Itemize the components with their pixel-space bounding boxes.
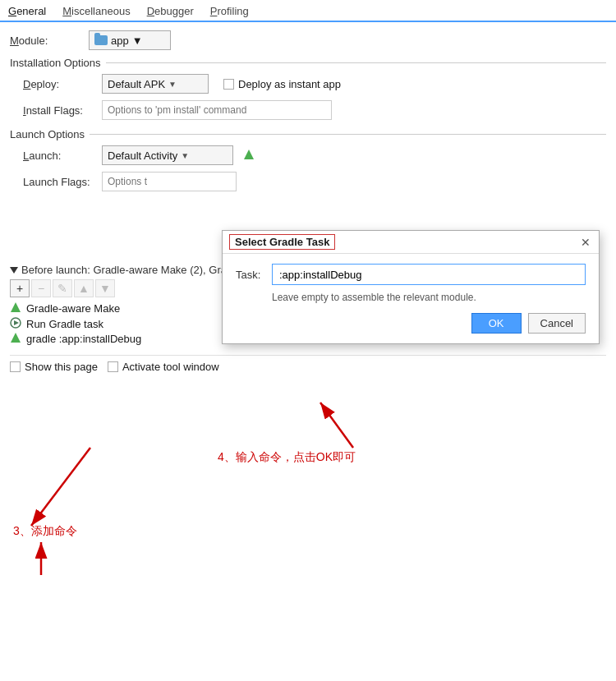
deploy-label: Deploy: [23,78,97,90]
activate-window-row: Activate tool window [108,361,219,373]
activate-window-label: Activate tool window [122,361,219,373]
ok-button[interactable]: OK [471,313,522,334]
install-flags-row: Install Flags: [10,100,606,120]
edit-task-button[interactable]: ✎ [53,279,72,297]
step4-annotation: 4、输入命令，点击OK即可 [218,450,356,465]
move-down-button[interactable]: ▼ [95,279,115,297]
deploy-instant-label: Deploy as instant app [238,78,341,90]
module-value: app [111,35,129,47]
cancel-button[interactable]: Cancel [528,313,586,334]
launch-row: Launch: Default Activity ▼ [10,145,606,165]
folder-icon [94,35,108,45]
activate-window-checkbox[interactable] [108,361,118,372]
svg-line-6 [31,448,90,526]
tab-profiling[interactable]: Profiling [209,0,251,22]
remove-task-button[interactable]: − [31,279,51,297]
move-up-button[interactable]: ▲ [74,279,94,297]
dialog-close-button[interactable]: ✕ [579,236,592,249]
show-page-row: Show this page [10,361,98,373]
svg-line-8 [320,403,353,448]
deploy-arrow: ▼ [168,80,177,89]
tab-bar: General Miscellaneous Debugger Profiling [0,0,616,22]
svg-marker-3 [14,320,19,325]
task-row: Task: [236,264,586,285]
dialog-body: Task: Leave empty to assemble the releva… [223,254,599,343]
tab-debugger[interactable]: Debugger [145,0,195,22]
show-page-label: Show this page [25,361,98,373]
run-gradle-icon [10,317,21,330]
show-page-checkbox[interactable] [10,361,21,372]
gradle-make-label: Gradle-aware Make [26,302,120,315]
svg-marker-0 [244,150,254,159]
task-input[interactable] [272,264,586,285]
launch-dropdown-arrow: ▼ [181,151,189,160]
step3-annotation: 3、添加命令 [13,524,77,539]
launch-options-label: Launch Options [10,128,85,140]
launch-dropdown[interactable]: Default Activity ▼ [102,145,233,165]
select-gradle-task-dialog[interactable]: Select Gradle Task ✕ Task: Leave empty t… [222,230,600,344]
gradle-install-label: gradle :app:installDebug [26,333,141,345]
dialog-hint: Leave empty to assemble the relevant mod… [236,292,586,303]
install-flags-label: Install Flags: [23,104,97,117]
dialog-title-bar: Select Gradle Task ✕ [223,231,599,254]
module-label: Module: [10,35,84,47]
launch-flags-input[interactable] [102,172,237,191]
module-dropdown[interactable]: app ▼ [89,30,171,50]
installation-options-header: Installation Options [10,57,606,69]
launch-value: Default Activity [108,150,177,162]
svg-marker-4 [11,333,21,343]
launch-label: Launch: [23,150,97,162]
installation-options-label: Installation Options [10,57,101,69]
dialog-buttons: OK Cancel [236,313,586,334]
deploy-row: Deploy: Default APK ▼ Deploy as instant … [10,74,606,94]
module-row: Module: app ▼ [10,30,606,50]
add-task-button[interactable]: + [10,279,30,297]
deploy-instant-checkbox[interactable] [223,79,234,90]
install-flags-input[interactable] [102,100,332,120]
gradle-indicator [243,149,255,163]
tab-general[interactable]: General [7,0,48,22]
deploy-value: Default APK [108,78,165,90]
bottom-bar: Show this page Activate tool window [10,355,606,373]
collapse-icon[interactable] [10,267,18,274]
launch-flags-row: Launch Flags: [10,172,606,191]
gradle-make-icon [10,301,21,315]
launch-flags-label: Launch Flags: [23,176,97,188]
run-gradle-label: Run Gradle task [26,318,103,330]
deploy-instant-row: Deploy as instant app [223,78,341,90]
module-dropdown-arrow: ▼ [132,35,143,47]
svg-marker-1 [11,302,21,312]
task-label: Task: [236,269,265,281]
launch-options-header: Launch Options [10,128,606,140]
deploy-dropdown[interactable]: Default APK ▼ [102,74,209,94]
gradle-install-icon [10,332,21,346]
dialog-title: Select Gradle Task [229,234,335,250]
tab-miscellaneous[interactable]: Miscellaneous [61,0,131,22]
